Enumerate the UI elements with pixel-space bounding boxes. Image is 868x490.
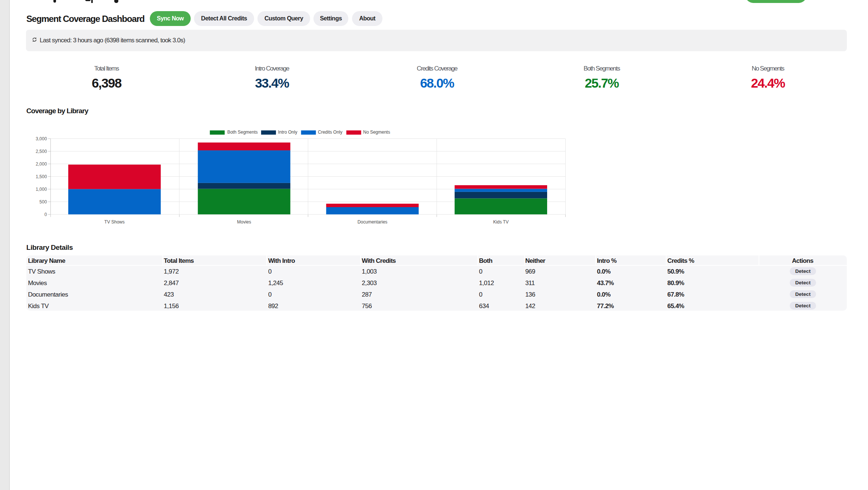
svg-text:Both Segments: Both Segments (227, 130, 258, 135)
svg-text:1,000: 1,000 (36, 187, 47, 192)
svg-text:Credits Only: Credits Only (318, 130, 342, 135)
svg-text:2,500: 2,500 (36, 149, 47, 154)
svg-text:Movies: Movies (237, 219, 251, 225)
svg-text:1,500: 1,500 (36, 174, 47, 179)
svg-text:No Segments: No Segments (363, 130, 390, 135)
svg-text:2,000: 2,000 (36, 161, 47, 167)
svg-text:0: 0 (45, 212, 47, 217)
svg-text:3,000: 3,000 (36, 136, 47, 141)
svg-text:Documentaries: Documentaries (358, 219, 388, 225)
svg-text:Intro Only: Intro Only (278, 130, 297, 135)
svg-text:TV Shows: TV Shows (104, 219, 125, 225)
svg-text:Kids TV: Kids TV (493, 219, 509, 225)
svg-text:500: 500 (39, 199, 47, 205)
